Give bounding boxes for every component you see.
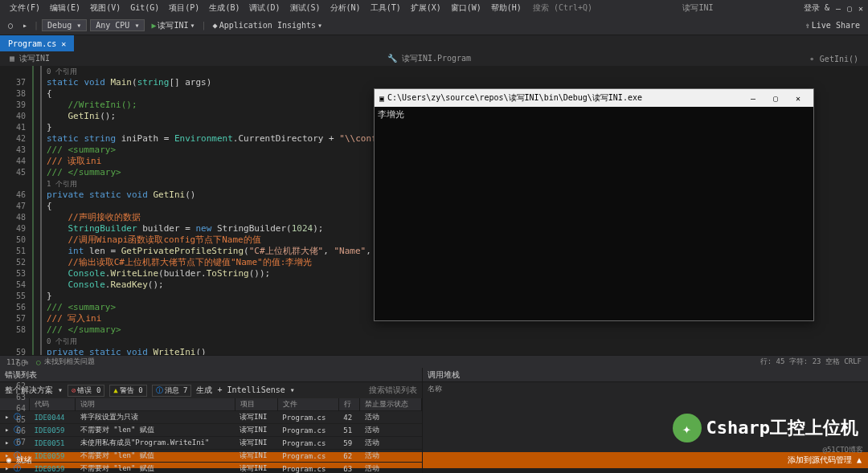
console-titlebar[interactable]: ▣ C:\Users\zy\source\repos\读写INI\bin\Deb… — [375, 89, 813, 107]
caret-position: 行: 45 字符: 23 空格 CRLF — [760, 357, 862, 367]
console-icon: ▣ — [379, 94, 384, 103]
console-close-icon[interactable]: ✕ — [788, 91, 809, 105]
status-ready: ◉ 就绪 — [6, 455, 32, 466]
watermark-icon: ✦ — [673, 414, 702, 442]
menu-item[interactable]: 测试(S) — [285, 3, 326, 12]
maximize-icon[interactable]: ▢ — [847, 4, 852, 13]
error-table: 代码说明项目文件行禁止显示状态 ▸ ⓘIDE0044将字段设置为只读读写INIP… — [0, 398, 422, 473]
build-dropdown[interactable]: 生成 + IntelliSense ▾ — [196, 385, 294, 396]
solution-name: 读写INI — [592, 2, 804, 14]
table-row[interactable]: ▸ ⓘIDE0051未使用私有成员"Program.WriteIni"读写INI… — [0, 437, 422, 450]
table-row[interactable]: ▸ ⓘIDE0059不需要对 "len" 赋值读写INIProgram.cs51… — [0, 424, 422, 437]
menu-item[interactable]: Git(G) — [125, 3, 164, 12]
console-min-icon[interactable]: — — [743, 91, 764, 105]
messages-filter[interactable]: ⓘ 消息 7 — [152, 385, 192, 397]
menu-bar: 文件(F)编辑(E)视图(V)Git(G)项目(P)生成(B)调试(D)测试(S… — [0, 0, 868, 16]
console-max-icon[interactable]: ▢ — [765, 91, 786, 105]
console-title-text: C:\Users\zy\source\repos\读写INI\bin\Debug… — [387, 92, 642, 104]
tab-program[interactable]: Program.cs ✕ — [0, 35, 74, 51]
console-window: ▣ C:\Users\zy\source\repos\读写INI\bin\Deb… — [374, 88, 814, 321]
menu-item[interactable]: 调试(D) — [244, 3, 285, 12]
toolbar: ◯ ▸ | Debug ▾ Any CPU ▾ ▶ 读写INI ▾ | ◆ Ap… — [0, 16, 868, 35]
console-output[interactable]: 李增光 — [375, 107, 813, 320]
line-gutter: 373839404142434445 464748495051525354555… — [0, 66, 32, 355]
callstack-col: 名称 — [428, 384, 863, 394]
menu-item[interactable]: 窗口(W) — [446, 3, 486, 12]
menu-item[interactable]: 扩展(X) — [406, 3, 446, 12]
source-control-button[interactable]: 添加到源代码管理 ▲ — [788, 455, 862, 466]
watermark: ✦ Csharp工控上位机 — [673, 414, 858, 442]
platform-dropdown[interactable]: Any CPU ▾ — [90, 19, 145, 31]
breadcrumb: ▦ 读写INI 🔧 读写INI.Program ⚬ GetIni() — [0, 51, 868, 66]
menu-item[interactable]: 帮助(H) — [486, 3, 526, 12]
crumb-class[interactable]: 🔧 读写INI.Program — [384, 53, 474, 64]
app-insights-button[interactable]: ◆ Application Insights ▾ — [210, 20, 326, 31]
live-share-button[interactable]: ⇪ Live Share — [802, 20, 863, 31]
login-button[interactable]: 登录 & — [804, 2, 829, 14]
warnings-filter[interactable]: ▲ 警告 0 — [109, 385, 146, 397]
attribution: @51CTO博客 — [822, 445, 863, 455]
run-button[interactable]: ▶ 读写INI ▾ — [148, 19, 198, 32]
tab-label: Program.cs — [8, 39, 56, 48]
nav-fwd-icon[interactable]: ▸ — [19, 20, 31, 31]
search-box[interactable]: 搜索 (Ctrl+Q) — [533, 2, 592, 14]
close-icon[interactable]: ✕ — [858, 4, 863, 13]
menu-item[interactable]: 项目(P) — [164, 3, 204, 12]
table-row[interactable]: ▸ ⓘIDE0059不需要对 "len" 赋值读写INIProgram.cs63… — [0, 463, 422, 474]
menu-item[interactable]: 分析(N) — [326, 3, 366, 12]
error-search[interactable]: 搜索错误列表 — [369, 385, 417, 396]
issues-text: 未找到相关问题 — [44, 357, 95, 367]
tab-close-icon[interactable]: ✕ — [61, 39, 66, 48]
table-row[interactable]: ▸ ⓘIDE0044将字段设置为只读读写INIProgram.cs42活动 — [0, 411, 422, 424]
menu-item[interactable]: 视图(V) — [85, 3, 125, 12]
error-list: 错误列表 整个解决方案 ▾ ⊘ 错误 0 ▲ 警告 0 ⓘ 消息 7 生成 + … — [0, 368, 422, 473]
menu-item[interactable]: 生成(B) — [204, 3, 244, 12]
editor-status: 117 % ◯ 未找到相关问题 行: 45 字符: 23 空格 CRLF — [0, 355, 868, 368]
menu-item[interactable]: 工具(T) — [366, 3, 406, 12]
menu-item[interactable]: 编辑(E) — [45, 3, 85, 12]
config-dropdown[interactable]: Debug ▾ — [42, 19, 87, 31]
errors-filter[interactable]: ⊘ 错误 0 — [68, 385, 104, 397]
callstack-title: 调用堆栈 — [428, 369, 460, 381]
table-row[interactable]: ▸ ⓘIDE0059不需要对 "len" 赋值读写INIProgram.cs62… — [0, 450, 422, 463]
issue-icon: ◯ — [36, 358, 40, 366]
crumb-method[interactable]: ⚬ GetIni() — [805, 55, 862, 63]
nav-back-icon[interactable]: ◯ — [5, 20, 16, 31]
watermark-text: Csharp工控上位机 — [706, 416, 858, 440]
crumb-project[interactable]: ▦ 读写INI — [6, 53, 53, 64]
editor-margin — [32, 66, 42, 355]
tab-bar: Program.cs ✕ — [0, 35, 868, 51]
menu-item[interactable]: 文件(F) — [5, 3, 45, 12]
minimize-icon[interactable]: — — [836, 4, 841, 13]
